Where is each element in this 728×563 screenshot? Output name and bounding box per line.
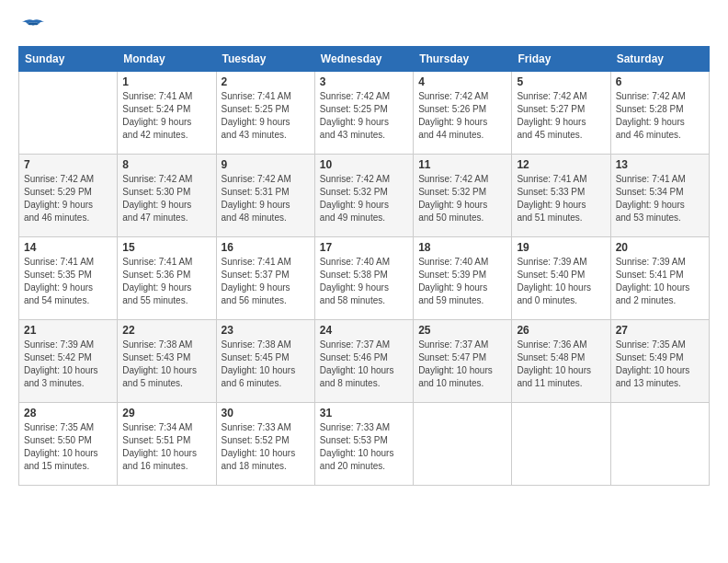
- calendar-cell: 20Sunrise: 7:39 AMSunset: 5:41 PMDayligh…: [610, 237, 709, 320]
- calendar-cell: 27Sunrise: 7:35 AMSunset: 5:49 PMDayligh…: [610, 320, 709, 403]
- day-number: 16: [222, 241, 310, 254]
- day-number: 13: [616, 158, 704, 171]
- calendar-cell: 16Sunrise: 7:41 AMSunset: 5:37 PMDayligh…: [216, 237, 314, 320]
- day-info: Sunrise: 7:42 AMSunset: 5:29 PMDaylight:…: [24, 173, 112, 224]
- day-number: 4: [418, 75, 506, 88]
- calendar-cell: 22Sunrise: 7:38 AMSunset: 5:43 PMDayligh…: [118, 320, 216, 403]
- day-number: 28: [24, 407, 112, 419]
- calendar-table: SundayMondayTuesdayWednesdayThursdayFrid…: [18, 46, 710, 486]
- logo: [18, 18, 46, 37]
- calendar-cell: 29Sunrise: 7:34 AMSunset: 5:51 PMDayligh…: [118, 403, 216, 486]
- calendar-week-row: 7Sunrise: 7:42 AMSunset: 5:29 PMDaylight…: [19, 155, 710, 237]
- day-info: Sunrise: 7:41 AMSunset: 5:33 PMDaylight:…: [517, 173, 605, 224]
- day-info: Sunrise: 7:34 AMSunset: 5:51 PMDaylight:…: [122, 421, 210, 473]
- calendar-week-row: 28Sunrise: 7:35 AMSunset: 5:50 PMDayligh…: [19, 403, 710, 486]
- day-info: Sunrise: 7:36 AMSunset: 5:48 PMDaylight:…: [517, 339, 605, 390]
- day-info: Sunrise: 7:42 AMSunset: 5:28 PMDaylight:…: [616, 90, 704, 142]
- page-header: [18, 18, 710, 37]
- calendar-cell: 11Sunrise: 7:42 AMSunset: 5:32 PMDayligh…: [414, 155, 512, 237]
- calendar-cell: 12Sunrise: 7:41 AMSunset: 5:33 PMDayligh…: [512, 155, 610, 237]
- day-number: 21: [24, 324, 112, 337]
- day-of-week-header: Wednesday: [314, 47, 413, 72]
- day-info: Sunrise: 7:42 AMSunset: 5:31 PMDaylight:…: [222, 173, 310, 224]
- day-info: Sunrise: 7:42 AMSunset: 5:26 PMDaylight:…: [418, 90, 506, 142]
- day-of-week-header: Sunday: [19, 47, 118, 72]
- calendar-cell: [19, 72, 118, 155]
- calendar-week-row: 1Sunrise: 7:41 AMSunset: 5:24 PMDaylight…: [19, 72, 710, 155]
- day-info: Sunrise: 7:38 AMSunset: 5:45 PMDaylight:…: [222, 339, 310, 390]
- day-info: Sunrise: 7:39 AMSunset: 5:42 PMDaylight:…: [24, 339, 112, 390]
- day-info: Sunrise: 7:40 AMSunset: 5:39 PMDaylight:…: [418, 256, 506, 307]
- day-info: Sunrise: 7:42 AMSunset: 5:27 PMDaylight:…: [517, 90, 605, 142]
- day-info: Sunrise: 7:35 AMSunset: 5:49 PMDaylight:…: [616, 339, 704, 390]
- calendar-cell: 26Sunrise: 7:36 AMSunset: 5:48 PMDayligh…: [512, 320, 610, 403]
- day-of-week-header: Thursday: [414, 47, 512, 72]
- calendar-cell: 31Sunrise: 7:33 AMSunset: 5:53 PMDayligh…: [314, 403, 413, 486]
- day-number: 3: [320, 75, 408, 88]
- day-number: 1: [122, 75, 210, 88]
- day-number: 2: [222, 75, 310, 88]
- day-info: Sunrise: 7:39 AMSunset: 5:41 PMDaylight:…: [616, 256, 704, 307]
- day-info: Sunrise: 7:42 AMSunset: 5:30 PMDaylight:…: [122, 173, 210, 224]
- day-number: 9: [222, 158, 310, 171]
- calendar-week-row: 21Sunrise: 7:39 AMSunset: 5:42 PMDayligh…: [19, 320, 710, 403]
- day-of-week-header: Friday: [512, 47, 610, 72]
- day-number: 7: [24, 158, 112, 171]
- day-info: Sunrise: 7:33 AMSunset: 5:53 PMDaylight:…: [320, 421, 408, 473]
- day-info: Sunrise: 7:37 AMSunset: 5:46 PMDaylight:…: [320, 339, 408, 390]
- calendar-cell: 8Sunrise: 7:42 AMSunset: 5:30 PMDaylight…: [118, 155, 216, 237]
- calendar-cell: 2Sunrise: 7:41 AMSunset: 5:25 PMDaylight…: [216, 72, 314, 155]
- calendar-cell: 19Sunrise: 7:39 AMSunset: 5:40 PMDayligh…: [512, 237, 610, 320]
- day-number: 26: [517, 324, 605, 337]
- calendar-cell: 18Sunrise: 7:40 AMSunset: 5:39 PMDayligh…: [414, 237, 512, 320]
- calendar-cell: 5Sunrise: 7:42 AMSunset: 5:27 PMDaylight…: [512, 72, 610, 155]
- calendar-cell: 13Sunrise: 7:41 AMSunset: 5:34 PMDayligh…: [610, 155, 709, 237]
- day-number: 14: [24, 241, 112, 254]
- calendar-cell: 25Sunrise: 7:37 AMSunset: 5:47 PMDayligh…: [414, 320, 512, 403]
- day-of-week-header: Saturday: [610, 47, 709, 72]
- calendar-cell: [512, 403, 610, 486]
- calendar-cell: 15Sunrise: 7:41 AMSunset: 5:36 PMDayligh…: [118, 237, 216, 320]
- day-info: Sunrise: 7:35 AMSunset: 5:50 PMDaylight:…: [24, 421, 112, 473]
- day-of-week-header: Tuesday: [216, 47, 314, 72]
- day-info: Sunrise: 7:42 AMSunset: 5:32 PMDaylight:…: [418, 173, 506, 224]
- day-info: Sunrise: 7:42 AMSunset: 5:25 PMDaylight:…: [320, 90, 408, 142]
- logo-bird-icon: [20, 18, 46, 37]
- calendar-cell: 9Sunrise: 7:42 AMSunset: 5:31 PMDaylight…: [216, 155, 314, 237]
- day-number: 11: [418, 158, 506, 171]
- day-number: 6: [616, 75, 704, 88]
- day-number: 20: [616, 241, 704, 254]
- day-info: Sunrise: 7:41 AMSunset: 5:34 PMDaylight:…: [616, 173, 704, 224]
- calendar-cell: 24Sunrise: 7:37 AMSunset: 5:46 PMDayligh…: [314, 320, 413, 403]
- calendar-header-row: SundayMondayTuesdayWednesdayThursdayFrid…: [19, 47, 710, 72]
- day-number: 31: [320, 407, 408, 419]
- calendar-cell: 17Sunrise: 7:40 AMSunset: 5:38 PMDayligh…: [314, 237, 413, 320]
- calendar-cell: [414, 403, 512, 486]
- day-number: 17: [320, 241, 408, 254]
- calendar-cell: 28Sunrise: 7:35 AMSunset: 5:50 PMDayligh…: [19, 403, 118, 486]
- day-number: 24: [320, 324, 408, 337]
- calendar-cell: 10Sunrise: 7:42 AMSunset: 5:32 PMDayligh…: [314, 155, 413, 237]
- day-number: 30: [222, 407, 310, 419]
- day-number: 19: [517, 241, 605, 254]
- calendar-week-row: 14Sunrise: 7:41 AMSunset: 5:35 PMDayligh…: [19, 237, 710, 320]
- day-number: 12: [517, 158, 605, 171]
- day-info: Sunrise: 7:41 AMSunset: 5:36 PMDaylight:…: [122, 256, 210, 307]
- day-number: 27: [616, 324, 704, 337]
- day-info: Sunrise: 7:41 AMSunset: 5:25 PMDaylight:…: [222, 90, 310, 142]
- day-number: 15: [122, 241, 210, 254]
- day-number: 18: [418, 241, 506, 254]
- calendar-cell: 7Sunrise: 7:42 AMSunset: 5:29 PMDaylight…: [19, 155, 118, 237]
- calendar-cell: [610, 403, 709, 486]
- day-number: 29: [122, 407, 210, 419]
- day-info: Sunrise: 7:41 AMSunset: 5:35 PMDaylight:…: [24, 256, 112, 307]
- calendar-cell: 23Sunrise: 7:38 AMSunset: 5:45 PMDayligh…: [216, 320, 314, 403]
- day-number: 5: [517, 75, 605, 88]
- day-number: 23: [222, 324, 310, 337]
- day-number: 8: [122, 158, 210, 171]
- day-info: Sunrise: 7:39 AMSunset: 5:40 PMDaylight:…: [517, 256, 605, 307]
- day-info: Sunrise: 7:41 AMSunset: 5:37 PMDaylight:…: [222, 256, 310, 307]
- day-info: Sunrise: 7:33 AMSunset: 5:52 PMDaylight:…: [222, 421, 310, 473]
- calendar-cell: 30Sunrise: 7:33 AMSunset: 5:52 PMDayligh…: [216, 403, 314, 486]
- calendar-cell: 6Sunrise: 7:42 AMSunset: 5:28 PMDaylight…: [610, 72, 709, 155]
